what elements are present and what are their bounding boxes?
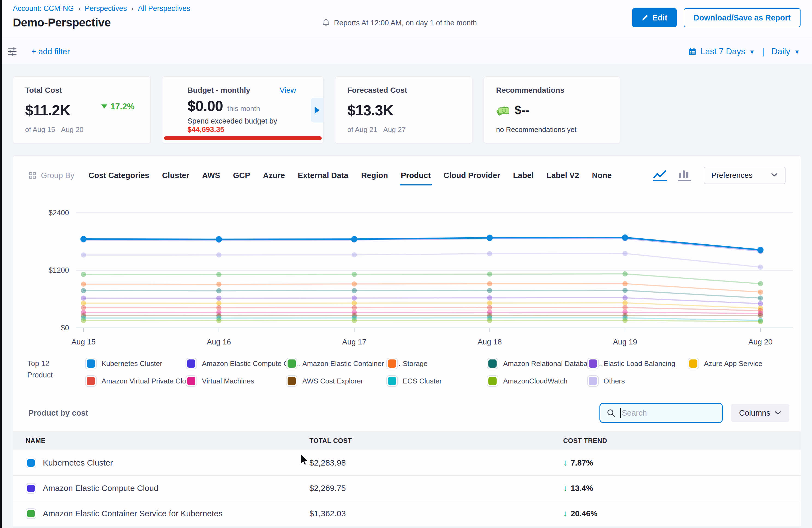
legend-item[interactable]: Others	[587, 374, 687, 388]
breadcrumb-link[interactable]: Account: CCM-NG	[13, 4, 74, 13]
legend-item[interactable]: Kubernetes Cluster	[85, 356, 186, 371]
legend-item-label: Amazon Elastic Container Se...	[302, 360, 401, 368]
row-total-cost: $2,269.75	[309, 484, 563, 493]
legend-swatch	[85, 375, 97, 387]
legend-item[interactable]: ECS Cluster	[386, 374, 487, 388]
table-column-header[interactable]: COST TREND	[563, 437, 801, 444]
search-input[interactable]: Search	[599, 403, 723, 423]
table-row[interactable]: Kubernetes Cluster$2,283.98↓7.87%	[13, 450, 801, 475]
line-chart-toggle[interactable]	[652, 168, 668, 182]
legend-item[interactable]: Storage	[386, 356, 487, 371]
tab-aws[interactable]: AWS	[202, 171, 220, 180]
row-name: Kubernetes Cluster	[43, 458, 113, 467]
tab-region[interactable]: Region	[361, 171, 388, 180]
tab-external-data[interactable]: External Data	[298, 171, 348, 180]
card-title: Budget - monthly	[187, 86, 250, 94]
grid-icon	[28, 171, 37, 179]
breadcrumb-link[interactable]: Perspectives	[85, 4, 127, 13]
download-save-report-button[interactable]: Download/Save as Report	[684, 8, 800, 27]
collapsed-nav-edge	[0, 0, 2, 528]
bar-chart-toggle[interactable]	[678, 168, 691, 182]
chart-legend: Top 12 Product Kubernetes ClusterAmazon …	[13, 356, 801, 395]
tab-product[interactable]: Product	[401, 171, 431, 180]
row-cost-trend: ↓7.87%	[563, 458, 801, 468]
tab-cloud-provider[interactable]: Cloud Provider	[444, 171, 501, 180]
columns-dropdown[interactable]: Columns	[731, 404, 789, 422]
tab-none[interactable]: None	[592, 171, 612, 180]
triangle-down-icon	[101, 104, 107, 108]
legend-swatch	[587, 358, 599, 369]
table-column-header[interactable]: TOTAL COST	[309, 437, 563, 444]
cost-trend-chart[interactable]: $0$1200$2400Aug 15Aug 16Aug 17Aug 18Aug …	[13, 184, 801, 356]
legend-item[interactable]: Amazon Elastic Container Se...	[286, 356, 386, 371]
budget-view-link[interactable]: View	[280, 86, 296, 94]
row-swatch	[26, 458, 36, 468]
svg-text:Aug 19: Aug 19	[613, 338, 637, 346]
budget-next-button[interactable]	[311, 98, 323, 122]
breadcrumb-separator: ›	[78, 5, 81, 13]
row-swatch	[26, 508, 36, 519]
card-title: Recommendations	[496, 86, 608, 94]
legend-item[interactable]: Amazon Relational Database ...	[487, 356, 587, 371]
legend-item-label: ECS Cluster	[403, 377, 442, 385]
legend-item[interactable]: Azure App Service	[687, 356, 788, 371]
add-filter-button[interactable]: + add filter	[31, 47, 70, 56]
breadcrumb-link[interactable]: All Perspectives	[138, 4, 190, 13]
recommendations-value: $--	[514, 103, 529, 117]
row-name: Amazon Elastic Container Service for Kub…	[43, 509, 223, 518]
chevron-down-icon: ▼	[794, 47, 800, 56]
legend-item[interactable]: Amazon Elastic Compute Clo...	[186, 356, 286, 371]
granularity-select[interactable]: Daily ▼	[771, 47, 800, 57]
chevron-down-icon: ▼	[749, 47, 755, 56]
legend-item[interactable]: Elastic Load Balancing	[587, 356, 687, 371]
bell-icon	[322, 18, 330, 27]
tab-label[interactable]: Label	[513, 171, 534, 180]
row-total-cost: $2,283.98	[309, 458, 563, 467]
tab-gcp[interactable]: GCP	[233, 171, 250, 180]
tab-cluster[interactable]: Cluster	[162, 171, 189, 180]
tab-label-v2[interactable]: Label V2	[547, 171, 579, 180]
row-swatch	[26, 483, 36, 494]
row-total-cost: $1,362.03	[309, 509, 563, 518]
legend-item[interactable]: Amazon Virtual Private Cloud	[85, 374, 186, 388]
total-cost-card: Total Cost $11.2K 17.2% of Aug 15 - Aug …	[13, 76, 150, 144]
legend-swatch	[487, 375, 498, 387]
tab-azure[interactable]: Azure	[263, 171, 285, 180]
legend-heading: Top 12 Product	[27, 356, 85, 388]
edit-button[interactable]: Edit	[632, 8, 677, 27]
row-cost-trend: ↓20.46%	[563, 509, 801, 518]
arrow-down-icon: ↓	[563, 483, 567, 493]
group-by-row: Group By Cost CategoriesClusterAWSGCPAzu…	[13, 156, 801, 184]
card-title: Forecasted Cost	[347, 86, 460, 94]
budget-exceeded-amount: $44,693.35	[187, 126, 224, 134]
legend-item[interactable]: AmazonCloudWatch	[487, 374, 587, 388]
legend-item[interactable]: AWS Cost Explorer	[286, 374, 386, 388]
tab-cost-categories[interactable]: Cost Categories	[89, 171, 149, 180]
table-row[interactable]: Amazon Elastic Container Service for Kub…	[13, 501, 801, 526]
table-row[interactable]: Amazon Elastic Compute Cloud$2,269.75↓13…	[13, 475, 801, 501]
search-placeholder: Search	[622, 409, 647, 417]
legend-item-label: Storage	[403, 360, 427, 368]
legend-swatch	[186, 358, 197, 369]
page-header: Account: CCM-NG›Perspectives›All Perspec…	[0, 0, 812, 39]
budget-value: $0.00	[187, 97, 223, 114]
preferences-dropdown[interactable]: Preferences	[704, 167, 785, 184]
filter-bar: + add filter Last 7 Days ▼ | Daily ▼	[0, 39, 812, 64]
row-cost-trend: ↓13.4%	[563, 483, 801, 493]
table-column-header[interactable]: NAME	[26, 437, 309, 444]
total-cost-value: $11.2K	[25, 102, 70, 119]
trend-value: 7.87%	[571, 458, 593, 467]
forecasted-cost-card: Forecasted Cost $13.3K of Aug 21 - Aug 2…	[335, 76, 472, 144]
legend-item[interactable]: Virtual Machines	[186, 374, 286, 388]
legend-item-label: Elastic Load Balancing	[604, 360, 675, 368]
card-period: of Aug 15 - Aug 20	[25, 126, 138, 134]
recommendations-card: Recommendations $-- no Recommendations y…	[484, 76, 620, 144]
legend-swatch	[386, 358, 398, 369]
legend-item-label: Kubernetes Cluster	[102, 360, 162, 368]
filter-sliders-icon[interactable]	[7, 46, 18, 58]
table-body: Kubernetes Cluster$2,283.98↓7.87%Amazon …	[13, 450, 801, 526]
granularity-label: Daily	[771, 47, 790, 57]
chevron-down-icon	[771, 172, 778, 178]
recommendations-empty-text: no Recommendations yet	[496, 126, 608, 134]
date-range-select[interactable]: Last 7 Days ▼	[687, 47, 755, 57]
